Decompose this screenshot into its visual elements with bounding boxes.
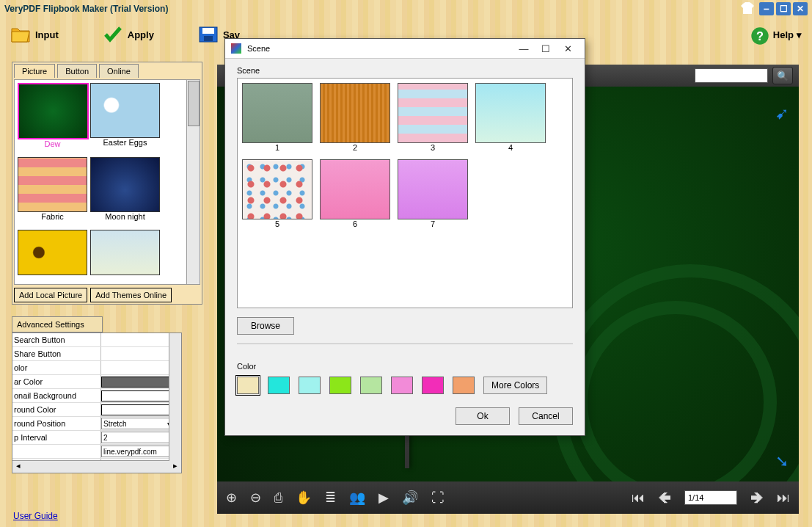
list-icon[interactable]: ≣ (325, 490, 336, 506)
check-icon (103, 26, 123, 43)
scene-dialog: Scene — ☐ ✕ Scene 1 2 3 4 5 6 7 Browse C… (224, 38, 585, 436)
titlebar: VeryPDF Flipbook Maker (Trial Version) ‒… (0, 0, 812, 18)
help-button[interactable]: ? Help ▾ (750, 26, 802, 43)
color-swatch-1[interactable] (237, 377, 259, 394)
tab-button[interactable]: Button (57, 64, 97, 78)
user-guide-link[interactable]: User Guide (13, 511, 58, 521)
thumb-dew[interactable]: Dew (18, 83, 87, 154)
svg-rect-1 (202, 28, 214, 34)
add-themes-online-button[interactable]: Add Themes Online (90, 288, 172, 302)
play-icon[interactable]: ▶ (378, 490, 389, 506)
color-swatch[interactable] (101, 390, 172, 401)
sound-icon[interactable]: 🔊 (402, 490, 418, 506)
first-page-icon[interactable]: ⏮ (632, 490, 645, 506)
print-icon[interactable]: ⎙ (274, 490, 282, 506)
color-swatch[interactable] (101, 404, 172, 415)
dropdown-icon: ▾ (797, 29, 802, 40)
thumb-easter-eggs[interactable]: Easter Eggs (90, 83, 160, 154)
scene-thumb-7[interactable]: 7 (398, 159, 468, 228)
prev-page-icon[interactable]: 🡸 (658, 490, 671, 506)
color-palette: More Colors (237, 377, 573, 394)
preview-search-input[interactable] (695, 68, 768, 83)
ok-button[interactable]: Ok (456, 407, 510, 425)
zoom-out-icon[interactable]: ⊖ (250, 490, 261, 506)
help-label: Help (773, 29, 794, 40)
scene-thumb-2[interactable]: 2 (320, 83, 390, 152)
thumb-sunflower[interactable] (18, 230, 87, 281)
color-swatch[interactable] (101, 377, 172, 388)
thumb-windmill[interactable] (90, 230, 160, 281)
app-title: VeryPDF Flipbook Maker (Trial Version) (4, 4, 168, 14)
share-icon[interactable]: 👥 (349, 490, 365, 506)
left-column: Picture Button Online Dew Easter Eggs Fa… (12, 62, 202, 473)
color-swatch-5[interactable] (360, 377, 382, 394)
apply-button[interactable]: Apply (103, 26, 154, 43)
scene-thumb-3[interactable]: 3 (398, 83, 468, 152)
color-swatch-6[interactable] (391, 377, 413, 394)
help-icon: ? (750, 26, 770, 43)
theme-icon[interactable] (741, 2, 754, 14)
color-swatch-3[interactable] (299, 377, 321, 394)
color-swatch-2[interactable] (268, 377, 290, 394)
bgpos-dropdown[interactable]: Stretch▾ (101, 418, 173, 429)
scene-thumb-4[interactable]: 4 (475, 83, 546, 152)
preview-controls: ⊕ ⊖ ⎙ ✋ ≣ 👥 ▶ 🔊 ⛶ ⏮ 🡸 1/14 🡺 ⏭ (217, 481, 799, 514)
minimize-button[interactable]: ‒ (759, 2, 774, 15)
url-input[interactable]: line.verypdf.com (101, 446, 173, 457)
thumb-scrollbar[interactable] (186, 80, 200, 284)
close-button[interactable]: ✕ (793, 2, 808, 15)
theme-thumbnails: Dew Easter Eggs Fabric Moon night (14, 79, 200, 285)
last-page-icon[interactable]: ⏭ (777, 490, 790, 506)
hand-icon[interactable]: ✋ (296, 490, 312, 506)
scene-thumb-6[interactable]: 6 (320, 159, 390, 228)
more-colors-button[interactable]: More Colors (483, 377, 547, 394)
fullscreen-icon[interactable]: ⛶ (431, 490, 445, 506)
scene-label: Scene (237, 66, 573, 75)
cancel-button[interactable]: Cancel (519, 407, 573, 425)
theme-panel: Picture Button Online Dew Easter Eggs Fa… (12, 62, 202, 305)
svg-rect-2 (204, 36, 213, 41)
input-button[interactable]: Input (10, 26, 59, 43)
tab-online[interactable]: Online (99, 64, 139, 78)
add-local-picture-button[interactable]: Add Local Picture (14, 288, 87, 302)
page-number-input[interactable]: 1/14 (684, 490, 737, 505)
scene-thumb-1[interactable]: 1 (242, 83, 312, 152)
zoom-in-icon[interactable]: ⊕ (226, 490, 237, 506)
color-swatch-4[interactable] (329, 377, 351, 394)
color-label: Color (237, 362, 573, 371)
color-swatch-8[interactable] (453, 377, 475, 394)
arrow-icon[interactable]: ➹ (775, 104, 789, 123)
folder-icon (10, 26, 31, 43)
thumb-moon-night[interactable]: Moon night (90, 157, 160, 227)
next-page-icon[interactable]: 🡺 (750, 490, 764, 506)
tab-picture[interactable]: Picture (14, 64, 55, 78)
app-window: VeryPDF Flipbook Maker (Trial Version) ‒… (0, 0, 812, 527)
browse-button[interactable]: Browse (237, 317, 294, 335)
svg-text:?: ? (756, 29, 764, 43)
save-icon (198, 26, 219, 43)
apply-label: Apply (128, 29, 154, 40)
color-swatch-7[interactable] (422, 377, 444, 394)
scene-grid: 1 2 3 4 5 6 7 (237, 78, 573, 308)
advanced-settings-title: Advanced Settings (12, 316, 103, 332)
dialog-close-button[interactable]: ✕ (557, 43, 579, 54)
scene-thumb-5[interactable]: 5 (242, 159, 312, 228)
dialog-icon (231, 43, 241, 54)
interval-input[interactable]: 2 (101, 432, 173, 443)
advanced-settings-grid[interactable]: Search Button Share Button olor ar Color… (12, 332, 182, 473)
settings-scrollbar[interactable] (169, 333, 181, 461)
dialog-titlebar: Scene — ☐ ✕ (225, 39, 585, 59)
dialog-minimize-button[interactable]: — (513, 43, 535, 54)
arrow-icon[interactable]: ➘ (775, 452, 789, 471)
input-label: Input (35, 29, 59, 40)
preview-search-icon[interactable]: 🔍 (772, 67, 793, 84)
dialog-maximize-button[interactable]: ☐ (535, 43, 557, 54)
dialog-title: Scene (247, 44, 270, 53)
maximize-button[interactable]: ☐ (776, 2, 791, 15)
thumb-fabric[interactable]: Fabric (18, 157, 87, 227)
